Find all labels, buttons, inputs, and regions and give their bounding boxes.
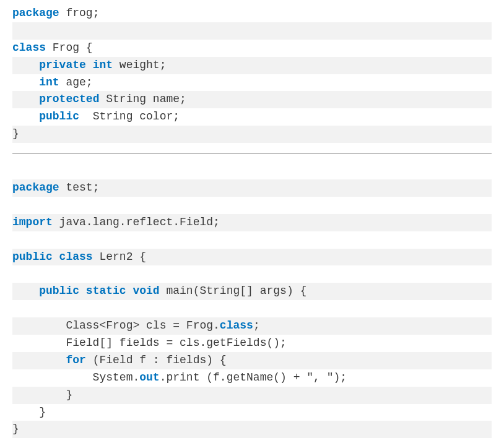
code-text: } (12, 406, 46, 418)
code-line: package test; (12, 179, 492, 197)
code-text (12, 93, 39, 105)
keyword: protected (39, 93, 99, 105)
code-text: } (12, 389, 72, 401)
code-line: } (12, 387, 492, 404)
code-line: private int weight; (12, 57, 492, 74)
code-text: } (12, 127, 19, 140)
code-text: age; (59, 76, 93, 88)
code-text: ; (253, 319, 260, 332)
code-text (12, 110, 39, 123)
code-text: } (12, 423, 19, 435)
code-text: String name; (99, 93, 186, 105)
code-line: public static void main(String[] args) { (12, 283, 492, 300)
code-text: Class<Frog> cls = Frog. (12, 319, 220, 332)
keyword: class (220, 319, 253, 332)
code-line (12, 265, 492, 283)
divider (12, 153, 492, 153)
code-line: for (Field f : fields) { (12, 352, 492, 369)
code-text: java.lang.reflect.Field; (53, 216, 220, 228)
code-line: } (12, 421, 492, 438)
code-line: public class Lern2 { (12, 249, 492, 266)
code-block-2: package test; import java.lang.reflect.F… (0, 157, 504, 443)
code-text: weight; (113, 59, 166, 71)
code-line (12, 300, 492, 317)
keyword: public class (12, 251, 93, 263)
code-line: System.out.print (f.getName() + ", "); (12, 369, 492, 387)
code-line: package frog; (12, 5, 492, 22)
code-text: frog; (59, 7, 100, 19)
code-text (12, 59, 39, 71)
code-line: } (12, 126, 492, 143)
code-text: main(String[] args) { (160, 285, 307, 297)
keyword: for (66, 354, 85, 366)
keyword: package (12, 7, 59, 19)
code-text: (Field f : fields) { (86, 354, 227, 366)
code-block-1: package frog; class Frog { private int w… (0, 0, 504, 148)
code-text: Field[] fields = cls.getFields(); (12, 337, 287, 349)
keyword: out (139, 371, 159, 384)
code-line: class Frog { (12, 40, 492, 57)
code-text: test; (59, 181, 100, 194)
code-line: public String color; (12, 108, 492, 126)
keyword: class (12, 41, 46, 54)
code-line: } (12, 404, 492, 421)
code-text: Frog { (46, 41, 93, 54)
code-text: String color; (79, 110, 180, 123)
code-text: Lern2 { (93, 251, 146, 263)
keyword: package (12, 181, 59, 194)
code-line (12, 22, 492, 40)
code-line (12, 197, 492, 214)
keyword: public static void (39, 285, 159, 297)
keyword: int (39, 76, 59, 88)
code-line: Class<Frog> cls = Frog.class; (12, 317, 492, 335)
code-line: protected String name; (12, 91, 492, 108)
code-line: import java.lang.reflect.Field; (12, 214, 492, 231)
code-text: .print (f.getName() + ", "); (160, 371, 347, 384)
code-text (12, 285, 39, 297)
code-line: int age; (12, 74, 492, 92)
code-text (12, 76, 39, 88)
keyword: public (39, 110, 79, 123)
code-text: System. (12, 371, 139, 384)
code-text (12, 354, 66, 366)
keyword: private int (39, 59, 113, 71)
code-line (12, 162, 492, 179)
code-line (12, 231, 492, 249)
keyword: import (12, 216, 53, 228)
code-line: Field[] fields = cls.getFields(); (12, 335, 492, 352)
